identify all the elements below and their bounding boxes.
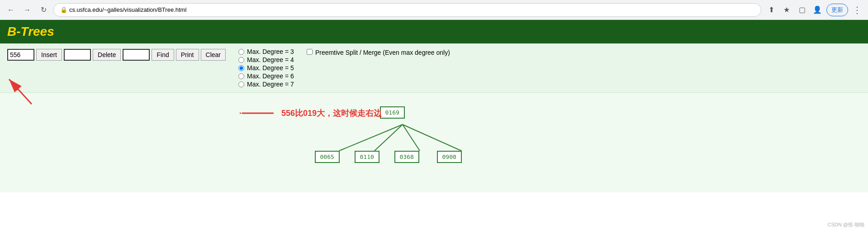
radio-degree-3[interactable] xyxy=(238,49,244,55)
forward-button[interactable]: → xyxy=(21,4,33,16)
radio-item-5: Max. Degree = 5 xyxy=(238,64,294,72)
find-input[interactable] xyxy=(123,49,150,61)
url-input[interactable] xyxy=(69,6,754,13)
annotation-arrow-svg xyxy=(240,106,276,120)
svg-line-1 xyxy=(375,125,403,151)
insert-button[interactable]: Insert xyxy=(36,49,62,61)
child-node-0110: 0110 xyxy=(355,151,379,163)
preemptive-section: Preemtive Split / Merge (Even max degree… xyxy=(307,49,450,56)
back-button[interactable]: ← xyxy=(5,4,17,16)
annotation-area: 556比019大，这时候走右边 xyxy=(240,106,382,120)
annotation-text: 556比019大，这时候走右边 xyxy=(281,108,382,119)
radio-label-7: Max. Degree = 7 xyxy=(247,81,294,88)
page-header: B-Trees xyxy=(0,20,868,43)
child-node-0065: 0065 xyxy=(315,151,340,163)
svg-line-0 xyxy=(339,125,403,151)
delete-button[interactable]: Delete xyxy=(93,49,121,61)
radio-label-4: Max. Degree = 4 xyxy=(247,56,294,63)
delete-input[interactable] xyxy=(64,49,91,61)
radio-item-4: Max. Degree = 4 xyxy=(238,56,294,63)
child-node-0110-box: 0110 xyxy=(355,151,379,163)
child-node-0900: 0900 xyxy=(437,151,462,163)
preemptive-checkbox[interactable] xyxy=(307,49,313,55)
radio-label-3: Max. Degree = 3 xyxy=(247,48,294,55)
radio-degree-5[interactable] xyxy=(238,65,244,71)
update-button[interactable]: 更新 xyxy=(826,4,848,16)
root-node: 0169 xyxy=(380,106,405,119)
preemptive-label: Preemtive Split / Merge (Even max degree… xyxy=(315,49,450,56)
lock-icon: 🔒 xyxy=(60,6,67,13)
share-icon-button[interactable]: ⬆ xyxy=(765,4,778,16)
reload-button[interactable]: ↻ xyxy=(37,4,50,16)
radio-degree-7[interactable] xyxy=(238,81,244,87)
child-node-0065-box: 0065 xyxy=(315,151,340,163)
radio-item-6: Max. Degree = 6 xyxy=(238,72,294,80)
insert-input[interactable] xyxy=(7,49,34,61)
tab-icon-button[interactable]: ▢ xyxy=(796,4,808,16)
profile-icon-button[interactable]: 👤 xyxy=(811,4,824,16)
radio-degree-4[interactable] xyxy=(238,57,244,63)
radio-label-5: Max. Degree = 5 xyxy=(247,64,294,72)
child-node-0900-box: 0900 xyxy=(437,151,462,163)
address-bar[interactable]: 🔒 xyxy=(53,3,761,17)
child-node-0368-box: 0368 xyxy=(394,151,419,163)
radio-item-3: Max. Degree = 3 xyxy=(238,48,294,55)
find-button[interactable]: Find xyxy=(152,49,174,61)
radio-label-6: Max. Degree = 6 xyxy=(247,72,294,80)
controls-bar: Insert Delete Find Print Clear Max. Degr… xyxy=(0,43,868,93)
child-node-0368: 0368 xyxy=(394,151,419,163)
browser-chrome: ← → ↻ 🔒 ⬆ ★ ▢ 👤 更新 ⋮ xyxy=(0,0,868,20)
menu-button[interactable]: ⋮ xyxy=(851,4,863,16)
radio-item-7: Max. Degree = 7 xyxy=(238,81,294,88)
print-button[interactable]: Print xyxy=(176,49,199,61)
root-node-box: 0169 xyxy=(380,106,405,119)
radio-group: Max. Degree = 3 Max. Degree = 4 Max. Deg… xyxy=(238,48,294,88)
clear-button[interactable]: Clear xyxy=(201,49,226,61)
controls-left: Insert Delete Find Print Clear xyxy=(7,49,226,61)
page-title: B-Trees xyxy=(7,24,861,39)
bookmark-icon-button[interactable]: ★ xyxy=(780,4,793,16)
canvas-area: 0169 0065 0110 0368 0900 556比019大，这时候走右边 xyxy=(0,93,868,192)
toolbar-icons: ⬆ ★ ▢ 👤 更新 ⋮ xyxy=(765,4,863,16)
radio-degree-6[interactable] xyxy=(238,73,244,79)
